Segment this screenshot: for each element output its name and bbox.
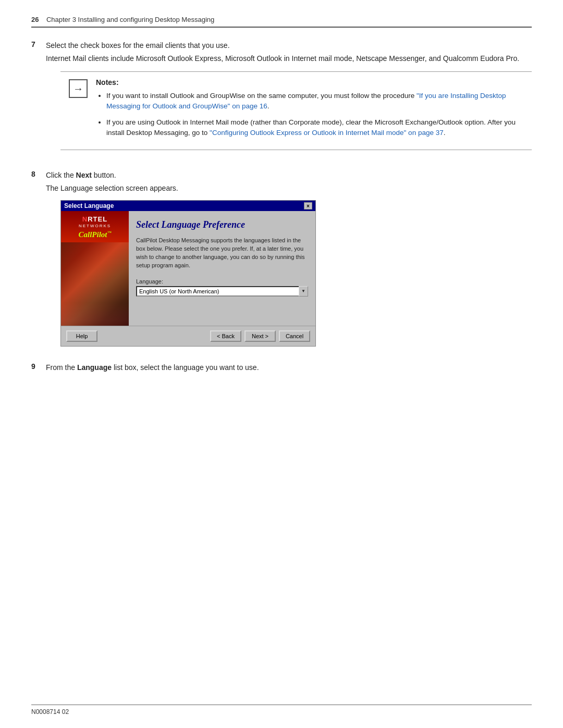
help-button[interactable]: Help [66,330,97,342]
notes-body: Notes: If you want to install Outlook an… [96,78,523,143]
chapter-num: 26 [31,16,39,23]
page-footer: N0008714 02 [31,705,532,715]
step-8-text-before: Click the [46,171,76,179]
step-7-content: Select the check boxes for the email cli… [46,40,532,161]
language-label: Language: [136,278,308,285]
language-select[interactable]: English US (or North American) French Sp… [136,286,308,297]
step-8-text-after: button. [92,171,116,179]
language-select-wrapper: English US (or North American) French Sp… [136,286,308,297]
note-item-1: If you want to install Outlook and Group… [106,91,523,112]
dialog-close-button[interactable]: × [304,202,312,209]
notes-list: If you want to install Outlook and Group… [96,91,523,138]
brand-tm: ™ [107,230,112,235]
brand-networks: NETWORKS [64,224,126,228]
step-9-content: From the Language list box, select the l… [46,362,532,375]
dialog-titlebar: Select Language × [61,201,315,211]
brand-image: NRTEL NETWORKS CallPilot™ [61,211,129,326]
dialog-main-content: Select Language Preference CallPilot Des… [129,211,315,326]
step-9-before: From the [46,363,77,372]
step-7-main: Select the check boxes for the email cli… [46,40,532,51]
notes-title: Notes: [96,78,523,87]
step-9-after: list box, select the language you want t… [112,363,259,372]
header-bar: 26 Chapter 3 Installing and configuring … [31,16,532,28]
brand-callpilot: CallPilot™ [64,230,126,239]
notes-box: → Notes: If you want to install Outlook … [60,71,532,150]
brand-n: N [82,215,88,223]
page-container: 26 Chapter 3 Installing and configuring … [0,0,563,728]
brand-person-image [61,242,129,326]
dialog-body: NRTEL NETWORKS CallPilot™ Select Languag… [61,211,315,326]
cancel-button[interactable]: Cancel [279,330,310,342]
step-7-sub: Internet Mail clients include Microsoft … [46,53,532,64]
dialog-footer: Help < Back Next > Cancel [61,326,315,346]
note-2-after: . [444,129,446,137]
notes-icon-box: → [69,79,88,98]
dialog-titlebar-title: Select Language [64,202,114,209]
step-8-number: 8 [31,170,46,353]
brand-overlay: NRTEL NETWORKS CallPilot™ [64,215,126,239]
note-1-before: If you want to install Outlook and Group… [106,92,417,100]
step-9-number: 9 [31,362,46,375]
next-button[interactable]: Next > [244,330,276,342]
dialog-heading: Select Language Preference [136,219,308,230]
header-chapter: 26 Chapter 3 Installing and configuring … [31,16,214,23]
note-1-after: . [267,102,270,110]
brand-ortel: RTEL [88,215,107,223]
step-8-content: Click the Next button. The Language sele… [46,170,532,353]
chapter-title: Chapter 3 Installing and configuring Des… [46,16,214,23]
dialog-sidebar: NRTEL NETWORKS CallPilot™ [61,211,129,326]
back-button[interactable]: < Back [210,330,241,342]
dialog-description: CallPilot Desktop Messaging supports the… [136,237,308,270]
dialog-nav-buttons: < Back Next > Cancel [210,330,310,342]
step-9-text: From the Language list box, select the l… [46,362,532,373]
step-8-main: Click the Next button. [46,170,532,181]
step-9: 9 From the Language list box, select the… [31,362,532,375]
step-8-bold: Next [76,171,92,179]
step-8-sub: The Language selection screen appears. [46,183,532,194]
note-item-2: If you are using Outlook in Internet Mai… [106,117,523,139]
step-7: 7 Select the check boxes for the email c… [31,40,532,161]
arrow-icon: → [73,83,83,95]
dialog-title-text: Select Language [64,202,114,209]
step-8: 8 Click the Next button. The Language se… [31,170,532,353]
doc-number: N0008714 02 [31,708,69,715]
note-2-link[interactable]: "Configuring Outlook Express or Outlook … [210,129,444,137]
select-language-dialog: Select Language × NRTEL NETWORKS [60,200,316,347]
step-7-number: 7 [31,40,46,161]
step-9-bold: Language [77,363,112,372]
brand-nortel: NRTEL [64,215,126,223]
